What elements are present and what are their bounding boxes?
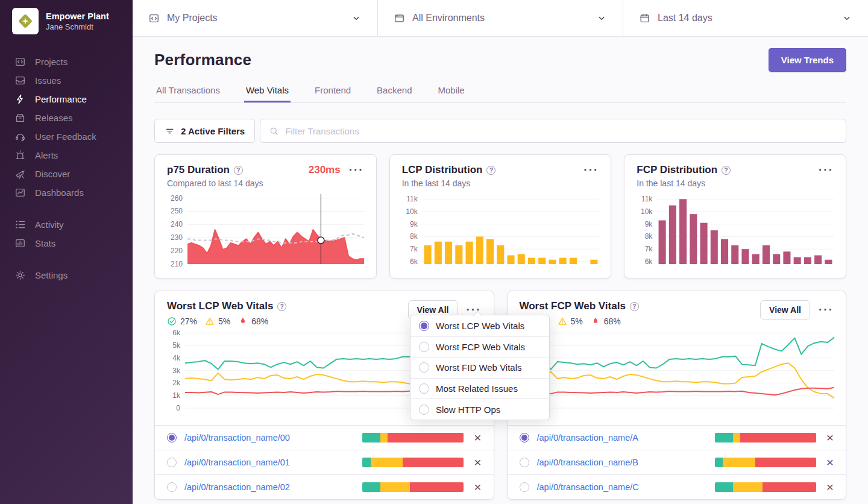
projects-icon — [14, 56, 26, 68]
menu-item[interactable]: Worst FID Web Vitals — [410, 357, 549, 378]
transaction-row: /api/0/transaction_name/B — [508, 450, 846, 474]
axis-tick-label: 8k — [410, 232, 418, 241]
projects-icon — [148, 13, 160, 24]
close-icon[interactable] — [474, 433, 481, 443]
org-switcher[interactable]: Empower Plant Jane Schmidt — [0, 8, 133, 34]
sidebar-item-projects[interactable]: Projects — [0, 52, 133, 71]
warning-triangle-icon — [558, 317, 567, 326]
close-icon[interactable] — [474, 482, 481, 492]
search-input[interactable] — [285, 126, 837, 136]
axis-tick-label: 6k — [645, 257, 653, 266]
sidebar-item-issues[interactable]: Issues — [0, 71, 133, 90]
help-icon[interactable] — [234, 166, 243, 175]
org-name: Empower Plant — [46, 11, 109, 22]
transaction-link[interactable]: /api/0/transaction_name/01 — [184, 458, 290, 467]
global-filter-bar: My Projects All Environments Last 14 day… — [133, 0, 868, 37]
close-icon[interactable] — [826, 458, 834, 467]
issues-icon — [14, 75, 26, 86]
axis-tick-label: 11k — [406, 195, 417, 203]
help-icon[interactable] — [486, 166, 495, 175]
help-icon[interactable] — [722, 166, 731, 175]
close-icon[interactable] — [826, 482, 834, 492]
dashboards-icon — [14, 187, 26, 198]
transaction-link[interactable]: /api/0/transaction_name/02 — [184, 482, 290, 492]
tab-all-transactions[interactable]: All Transactions — [154, 80, 222, 102]
sidebar-item-user-feedback[interactable]: User Feedback — [0, 127, 133, 146]
view-all-button[interactable]: View All — [760, 300, 810, 320]
vitals-distribution-bar — [715, 482, 816, 492]
menu-item[interactable]: Worst FCP Web Vitals — [410, 336, 549, 358]
window-icon — [394, 13, 405, 24]
axis-tick-label: 240 — [171, 220, 183, 228]
menu-item[interactable]: Worst LCP Web Vitals — [410, 315, 549, 336]
axis-tick-label: 7k — [410, 245, 418, 253]
close-icon[interactable] — [474, 458, 481, 467]
sidebar-item-settings[interactable]: Settings — [0, 266, 133, 285]
transaction-link[interactable]: /api/0/transaction_name/00 — [184, 433, 290, 443]
card-subtitle: In the last 14 days — [402, 178, 599, 188]
project-filter-dropdown[interactable]: My Projects — [133, 0, 377, 36]
tab-web-vitals[interactable]: Web Vitals — [244, 80, 291, 102]
help-icon[interactable] — [277, 302, 286, 311]
close-icon[interactable] — [826, 433, 834, 443]
chevron-down-icon — [596, 13, 607, 24]
axis-tick-label: 9k — [645, 220, 653, 228]
sidebar-item-dashboards[interactable]: Dashboards — [0, 183, 133, 202]
help-icon[interactable] — [630, 302, 639, 311]
sidebar-item-activity[interactable]: Activity — [0, 215, 133, 234]
card-menu-icon[interactable] — [349, 167, 364, 173]
transaction-row: /api/0/transaction_name/A — [508, 425, 846, 450]
fcp-distribution-card: FCP Distribution In the last 14 days 11k… — [624, 154, 846, 279]
project-filter-label: My Projects — [167, 13, 218, 24]
tab-backend[interactable]: Backend — [375, 80, 414, 102]
alerts-icon — [14, 150, 26, 161]
date-range-dropdown[interactable]: Last 14 days — [623, 0, 868, 36]
user-feedback-icon — [14, 131, 26, 142]
lcp-distribution-card: LCP Distribution In the last 14 days 11k… — [389, 154, 612, 279]
sidebar-item-alerts[interactable]: Alerts — [0, 146, 133, 165]
card-title: p75 Duration — [167, 164, 230, 176]
card-menu-icon[interactable] — [819, 307, 834, 313]
axis-tick-label: 220 — [171, 247, 183, 255]
transaction-radio[interactable] — [520, 458, 529, 467]
transaction-link[interactable]: /api/0/transaction_name/A — [537, 433, 638, 443]
menu-item[interactable]: Most Related Issues — [410, 378, 549, 399]
transaction-link[interactable]: /api/0/transaction_name/B — [537, 458, 638, 467]
active-filters-button[interactable]: 2 Active Filters — [154, 119, 255, 143]
view-trends-button[interactable]: View Trends — [769, 48, 846, 72]
card-menu-icon[interactable] — [583, 167, 599, 173]
meh-badge: 5% — [558, 317, 583, 326]
tab-frontend[interactable]: Frontend — [313, 80, 353, 102]
settings-icon — [14, 269, 26, 281]
menu-item[interactable]: Slow HTTP Ops — [410, 398, 549, 420]
tab-mobile[interactable]: Mobile — [436, 80, 466, 102]
p75-duration-card: p75 Duration 230ms Compared to last 14 d… — [154, 154, 377, 279]
axis-tick-label: 260 — [171, 194, 183, 203]
environment-filter-dropdown[interactable]: All Environments — [377, 0, 623, 36]
transaction-radio[interactable] — [167, 433, 177, 443]
sidebar-item-stats[interactable]: Stats — [0, 234, 133, 253]
transaction-radio[interactable] — [167, 458, 177, 467]
transaction-radio[interactable] — [520, 482, 529, 492]
card-menu-icon[interactable] — [819, 167, 834, 173]
sidebar-item-releases[interactable]: Releases — [0, 109, 133, 127]
check-circle-icon — [167, 317, 177, 326]
transaction-row: /api/0/transaction_name/C — [508, 474, 846, 499]
page-title: Performance — [154, 51, 251, 69]
discover-icon — [14, 168, 26, 180]
transaction-radio[interactable] — [167, 482, 177, 492]
fire-icon — [238, 317, 248, 326]
sidebar-item-performance[interactable]: Performance — [0, 90, 133, 109]
poor-badge: 68% — [591, 317, 621, 326]
sidebar-item-discover[interactable]: Discover — [0, 165, 133, 183]
vitals-distribution-bar — [715, 433, 816, 443]
card-title: LCP Distribution — [402, 164, 483, 176]
transaction-link[interactable]: /api/0/transaction_name/C — [537, 482, 639, 492]
transaction-radio[interactable] — [520, 433, 529, 443]
releases-icon — [14, 112, 26, 124]
warning-triangle-icon — [205, 317, 215, 326]
axis-tick-label: 6k — [172, 329, 180, 337]
worst-fcp-svg — [538, 329, 834, 408]
date-range-label: Last 14 days — [658, 13, 712, 24]
axis-tick-label: 5k — [172, 341, 180, 350]
